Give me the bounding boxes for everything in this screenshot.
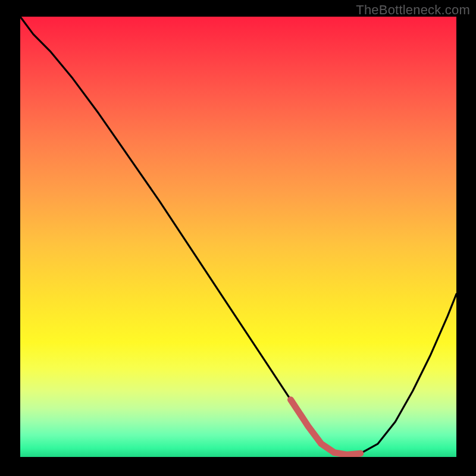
plot-area — [20, 17, 456, 457]
watermark-text: TheBottleneck.com — [356, 2, 470, 18]
x-axis-margin — [20, 457, 456, 476]
chart-container: TheBottleneck.com — [0, 0, 476, 476]
optimal-zone-highlight — [291, 400, 361, 455]
curve-svg — [20, 17, 456, 457]
bottleneck-curve-line — [20, 17, 456, 455]
y-axis-margin — [0, 0, 20, 476]
